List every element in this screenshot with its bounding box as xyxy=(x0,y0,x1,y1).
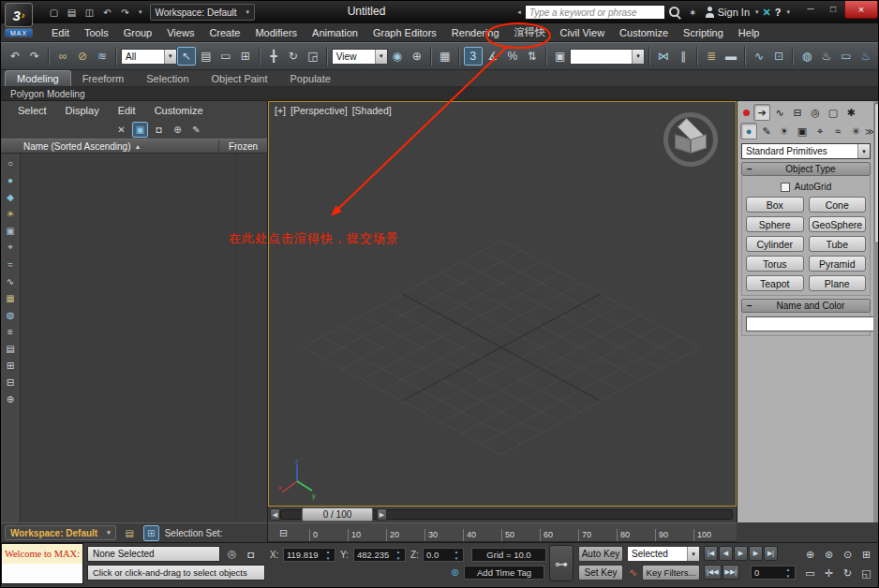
zoom-icon[interactable]: ⊕ xyxy=(801,546,819,563)
select-by-name-icon[interactable]: ▤ xyxy=(197,47,216,66)
mirror-icon[interactable]: ⋈ xyxy=(654,47,673,66)
pick-object-icon[interactable]: ✎ xyxy=(188,122,204,138)
zoom-all-icon[interactable]: ⊛ xyxy=(820,546,838,563)
display-shapes-icon[interactable]: ◆ xyxy=(3,189,18,204)
search-icon[interactable] xyxy=(669,7,681,19)
systems-icon[interactable]: ✳ xyxy=(847,123,864,140)
selection-lock-icon[interactable]: ◘ xyxy=(243,546,259,562)
undo-icon[interactable]: ↶ xyxy=(6,47,24,66)
perspective-viewport[interactable]: [+] [Perspective] [Shaded] x y z xyxy=(268,101,737,507)
auto-key-button[interactable]: Auto Key xyxy=(578,546,623,562)
isolate-selection-icon[interactable]: ◎ xyxy=(224,546,240,562)
material-editor-icon[interactable]: ◍ xyxy=(797,47,816,66)
primitive-button[interactable]: Torus xyxy=(746,256,804,272)
select-and-link-icon[interactable]: ∞ xyxy=(53,47,72,66)
sort-by-type-icon[interactable]: ▤ xyxy=(3,341,18,356)
save-file-icon[interactable]: ◫ xyxy=(82,5,97,21)
viewport-shading-menu[interactable]: [Shaded] xyxy=(352,105,392,116)
menu-item[interactable]: Graph Editors xyxy=(365,25,444,40)
ribbon-toggle-icon[interactable]: ▬ xyxy=(722,47,740,66)
ribbon-tab[interactable]: Selection xyxy=(135,71,200,86)
select-and-manipulate-icon[interactable]: ⊕ xyxy=(408,47,426,66)
ribbon-tab[interactable]: Object Paint xyxy=(201,71,279,86)
snaps-toggle-icon[interactable]: 3 xyxy=(464,47,483,66)
primitive-button[interactable]: Plane xyxy=(809,275,867,291)
menu-item[interactable]: 渲得快 xyxy=(507,23,553,41)
schematic-view-icon[interactable]: ⊡ xyxy=(769,47,788,66)
spinner-down-icon[interactable]: ▾ xyxy=(395,555,402,562)
key-filters-button[interactable]: Key Filters... xyxy=(642,565,700,581)
qat-redo-icon[interactable]: ↷ xyxy=(117,5,133,21)
ribbon-tab[interactable]: Modeling xyxy=(5,70,71,86)
application-menu-button[interactable]: 3› MAX xyxy=(5,3,37,40)
unlink-selection-icon[interactable]: ⊘ xyxy=(73,47,92,66)
primitive-button[interactable]: Tube xyxy=(809,236,867,252)
zoom-region-icon[interactable]: ▭ xyxy=(801,565,819,581)
zoom-extents-icon[interactable]: ⊙ xyxy=(839,546,857,563)
a360-icon[interactable]: ✕ xyxy=(763,7,771,19)
previous-frame-icon[interactable]: ◀ xyxy=(719,546,733,561)
redo-icon[interactable]: ↷ xyxy=(25,47,44,66)
listener-macro-line[interactable]: Welcome to MAX: xyxy=(2,544,82,564)
select-and-rotate-icon[interactable]: ↻ xyxy=(284,47,303,66)
lock-explorer-icon[interactable]: ◘ xyxy=(151,122,167,138)
select-children-icon[interactable]: ⊕ xyxy=(3,391,18,406)
align-icon[interactable]: ∥ xyxy=(674,47,693,66)
geometry-icon[interactable]: ● xyxy=(740,123,757,140)
filter-combinations-icon[interactable]: ▣ xyxy=(132,122,148,138)
selection-region-icon[interactable]: ▭ xyxy=(216,47,235,66)
open-file-icon[interactable]: ▤ xyxy=(64,5,80,21)
edit-named-selections-icon[interactable]: ▣ xyxy=(551,47,570,66)
named-selection-sets-dropdown[interactable]: ▾ xyxy=(570,49,645,65)
select-and-move-icon[interactable]: ╋ xyxy=(264,47,283,66)
menu-item[interactable]: Civil View xyxy=(553,25,612,40)
next-frame-icon[interactable]: ▶ xyxy=(749,546,763,561)
close-button[interactable]: × xyxy=(844,1,878,19)
layer-manager-icon[interactable]: ≣ xyxy=(702,47,721,66)
autogrid-checkbox[interactable] xyxy=(781,183,790,192)
menu-item[interactable]: Animation xyxy=(305,25,365,40)
curve-editor-icon[interactable]: ∿ xyxy=(750,47,768,66)
clear-filter-icon[interactable]: ✕ xyxy=(113,122,129,138)
explorer-menu-item[interactable]: Display xyxy=(56,103,109,118)
menu-item[interactable]: Group xyxy=(116,25,160,40)
primitive-button[interactable]: GeoSphere xyxy=(809,216,867,232)
display-geometry-icon[interactable]: ● xyxy=(3,172,18,187)
space-warps-icon[interactable]: ≈ xyxy=(829,123,846,140)
primitive-button[interactable]: Cone xyxy=(809,197,867,213)
menu-item[interactable]: Views xyxy=(159,25,201,40)
object-type-rollout-header[interactable]: − Object Type xyxy=(741,162,871,176)
time-slider-handle[interactable]: 0 / 100 xyxy=(302,507,373,522)
explorer-menu-item[interactable]: Customize xyxy=(145,103,213,118)
reference-coordinate-dropdown[interactable]: View▾ xyxy=(332,49,388,65)
search-collapse-icon[interactable]: ◂ xyxy=(517,8,521,16)
menu-item[interactable]: Create xyxy=(201,25,247,40)
create-tab-icon[interactable]: ➔ xyxy=(753,104,770,121)
spinner-down-icon[interactable]: ▾ xyxy=(784,573,792,580)
orbit-icon[interactable]: ↻ xyxy=(839,565,857,581)
selection-filter-dropdown[interactable]: All▾ xyxy=(121,49,177,65)
primitive-button[interactable]: Pyramid xyxy=(809,256,867,272)
spinner-down-icon[interactable]: ▾ xyxy=(453,555,460,562)
render-setup-icon[interactable]: ♨ xyxy=(817,47,836,66)
column-name-header[interactable]: Name (Sorted Ascending) xyxy=(23,141,131,152)
sign-in-caret-icon[interactable]: ▾ xyxy=(755,8,759,16)
display-helpers-icon[interactable]: ⌖ xyxy=(3,240,18,255)
ribbon-tab[interactable]: Freeform xyxy=(71,71,136,86)
primitive-button[interactable]: Box xyxy=(746,197,804,213)
render-production-icon[interactable]: ♨ xyxy=(857,47,875,66)
select-and-scale-icon[interactable]: ◲ xyxy=(304,47,322,66)
set-key-button[interactable]: Set Key xyxy=(578,565,623,581)
menu-item[interactable]: Tools xyxy=(77,25,116,40)
maxscript-mini-listener[interactable]: Welcome to MAX: xyxy=(1,543,83,584)
qat-menu-caret-icon[interactable]: ▾ xyxy=(139,8,142,16)
y-spinner[interactable]: ▴▾ xyxy=(395,549,402,561)
go-to-start-icon[interactable]: |◀ xyxy=(704,546,718,561)
sign-in-link[interactable]: Sign In xyxy=(718,7,750,18)
minimize-button[interactable]: ─ xyxy=(799,1,822,17)
add-time-tag-field[interactable]: Add Time Tag xyxy=(464,566,544,580)
menu-item[interactable]: Help xyxy=(731,25,767,40)
workspace-selector-dropdown[interactable]: Workspace: Default ▾ xyxy=(5,525,116,540)
maximize-viewport-icon[interactable]: ◱ xyxy=(857,565,875,581)
ribbon-section-label[interactable]: Polygon Modeling xyxy=(10,89,85,99)
